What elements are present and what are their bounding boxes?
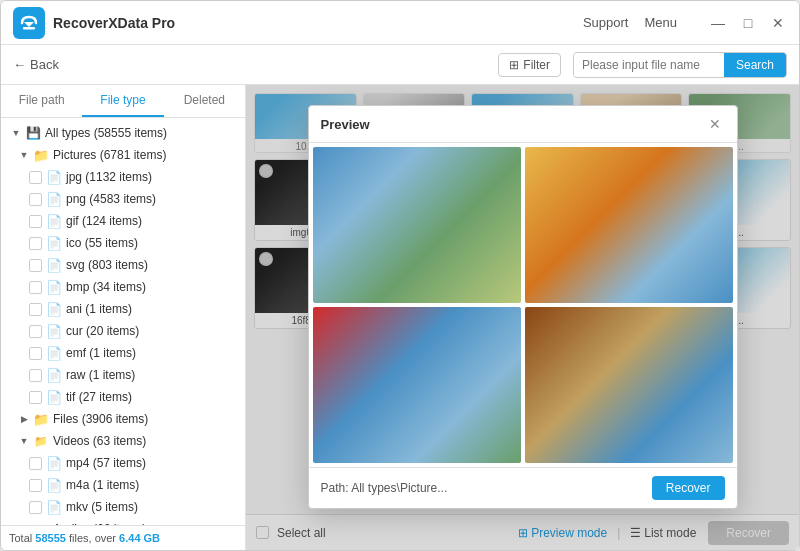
- tree-item-mkv[interactable]: 📄 mkv (5 items): [1, 496, 245, 518]
- preview-close-button[interactable]: ✕: [705, 114, 725, 134]
- checkbox-m4a[interactable]: [29, 479, 42, 492]
- toggle-icon: ▼: [17, 434, 31, 448]
- preview-recover-button[interactable]: Recover: [652, 476, 725, 500]
- folder-yellow-icon: 📄: [46, 499, 62, 515]
- tree-label-svg: svg (803 items): [66, 258, 148, 272]
- maximize-button[interactable]: □: [739, 14, 757, 32]
- checkbox-tif[interactable]: [29, 391, 42, 404]
- tree-item-mp4[interactable]: 📄 mp4 (57 items): [1, 452, 245, 474]
- tree-label-m4a: m4a (1 items): [66, 478, 139, 492]
- checkbox-emf[interactable]: [29, 347, 42, 360]
- tree-label-gif: gif (124 items): [66, 214, 142, 228]
- tree-label-bmp: bmp (34 items): [66, 280, 146, 294]
- tree-label-ico: ico (55 items): [66, 236, 138, 250]
- folder-yellow-icon: 📄: [46, 257, 62, 273]
- tree-item-emf[interactable]: 📄 emf (1 items): [1, 342, 245, 364]
- tree-item-svg[interactable]: 📄 svg (803 items): [1, 254, 245, 276]
- checkbox-png[interactable]: [29, 193, 42, 206]
- tree-item-jpg[interactable]: 📄 jpg (1132 items): [1, 166, 245, 188]
- sidebar: File path File type Deleted ▼ 💾 All type…: [1, 85, 246, 550]
- drive-icon: 💾: [25, 125, 41, 141]
- tree-label-mp4: mp4 (57 items): [66, 456, 146, 470]
- preview-title: Preview: [321, 117, 705, 132]
- folder-yellow-icon: 📄: [46, 301, 62, 317]
- tree-label-pictures: Pictures (6781 items): [53, 148, 166, 162]
- preview-dialog: Preview ✕ Path: All types\Picture... Rec…: [308, 105, 738, 509]
- app-title: RecoverXData Pro: [53, 15, 583, 31]
- tree-label-tif: tif (27 items): [66, 390, 132, 404]
- folder-yellow-icon: 📁: [33, 411, 49, 427]
- folder-yellow-icon: 📄: [46, 235, 62, 251]
- menu-link[interactable]: Menu: [644, 15, 677, 30]
- tree-item-files[interactable]: ▶ 📁 Files (3906 items): [1, 408, 245, 430]
- support-link[interactable]: Support: [583, 15, 629, 30]
- tree-label-all-types: All types (58555 items): [45, 126, 167, 140]
- preview-images: [309, 143, 737, 467]
- app-logo: [13, 7, 45, 39]
- checkbox-jpg[interactable]: [29, 171, 42, 184]
- folder-yellow-icon: 📄: [46, 367, 62, 383]
- tree-item-all-types[interactable]: ▼ 💾 All types (58555 items): [1, 122, 245, 144]
- checkbox-gif[interactable]: [29, 215, 42, 228]
- minimize-button[interactable]: —: [709, 14, 727, 32]
- tree-item-bmp[interactable]: 📄 bmp (34 items): [1, 276, 245, 298]
- toggle-icon: ▶: [17, 412, 31, 426]
- svg-rect-1: [23, 27, 35, 30]
- tree-label-cur: cur (20 items): [66, 324, 139, 338]
- preview-image-4: [525, 307, 733, 463]
- checkbox-bmp[interactable]: [29, 281, 42, 294]
- folder-yellow-icon: 📄: [46, 345, 62, 361]
- filter-button[interactable]: ⊞ Filter: [498, 53, 561, 77]
- checkbox-svg[interactable]: [29, 259, 42, 272]
- tree-label-png: png (4583 items): [66, 192, 156, 206]
- folder-yellow-icon: 📄: [46, 169, 62, 185]
- search-input[interactable]: [574, 54, 724, 76]
- folder-yellow-icon: 📄: [46, 477, 62, 493]
- title-bar-actions: Support Menu — □ ✕: [583, 14, 787, 32]
- window-controls: — □ ✕: [709, 14, 787, 32]
- search-wrapper: Search: [573, 52, 787, 78]
- preview-image-3: [313, 307, 521, 463]
- checkbox-cur[interactable]: [29, 325, 42, 338]
- back-button[interactable]: ← Back: [13, 57, 59, 72]
- sidebar-tabs: File path File type Deleted: [1, 85, 245, 118]
- toggle-icon: ▼: [9, 126, 23, 140]
- checkbox-mkv[interactable]: [29, 501, 42, 514]
- folder-yellow-icon: 📄: [46, 213, 62, 229]
- tree-item-m4a[interactable]: 📄 m4a (1 items): [1, 474, 245, 496]
- tree-label-jpg: jpg (1132 items): [66, 170, 152, 184]
- tree-item-ico[interactable]: 📄 ico (55 items): [1, 232, 245, 254]
- search-button[interactable]: Search: [724, 53, 786, 77]
- status-middle: files, over: [69, 532, 119, 544]
- folder-yellow-icon: 📄: [46, 279, 62, 295]
- tree-item-cur[interactable]: 📄 cur (20 items): [1, 320, 245, 342]
- tree-item-raw[interactable]: 📄 raw (1 items): [1, 364, 245, 386]
- content-area: 10... ... ... 3.jpg ...: [246, 85, 799, 550]
- tree-item-png[interactable]: 📄 png (4583 items): [1, 188, 245, 210]
- checkbox-ico[interactable]: [29, 237, 42, 250]
- tab-deleted[interactable]: Deleted: [164, 85, 245, 117]
- tab-file-type[interactable]: File type: [82, 85, 163, 117]
- tree-label-mkv: mkv (5 items): [66, 500, 138, 514]
- checkbox-raw[interactable]: [29, 369, 42, 382]
- tree-item-gif[interactable]: 📄 gif (124 items): [1, 210, 245, 232]
- tree-item-videos[interactable]: ▼ 📁 Videos (63 items): [1, 430, 245, 452]
- preview-image-2: [525, 147, 733, 303]
- close-button[interactable]: ✕: [769, 14, 787, 32]
- folder-yellow-icon: 📄: [46, 323, 62, 339]
- preview-header: Preview ✕: [309, 106, 737, 143]
- toggle-icon: ▼: [17, 148, 31, 162]
- checkbox-ani[interactable]: [29, 303, 42, 316]
- folder-yellow-icon: 📄: [46, 455, 62, 471]
- sidebar-tree: ▼ 💾 All types (58555 items) ▼ 📁 Pictures…: [1, 118, 245, 525]
- checkbox-mp4[interactable]: [29, 457, 42, 470]
- tree-item-audios[interactable]: ▶ 📁 Audios (66 items): [1, 518, 245, 525]
- tab-file-path[interactable]: File path: [1, 85, 82, 117]
- sidebar-status: Total 58555 files, over 6.44 GB: [1, 525, 245, 550]
- tree-item-pictures[interactable]: ▼ 📁 Pictures (6781 items): [1, 144, 245, 166]
- preview-footer: Path: All types\Picture... Recover: [309, 467, 737, 508]
- tree-item-ani[interactable]: 📄 ani (1 items): [1, 298, 245, 320]
- folder-blue-icon: 📁: [33, 147, 49, 163]
- folder-yellow-icon: 📄: [46, 191, 62, 207]
- tree-item-tif[interactable]: 📄 tif (27 items): [1, 386, 245, 408]
